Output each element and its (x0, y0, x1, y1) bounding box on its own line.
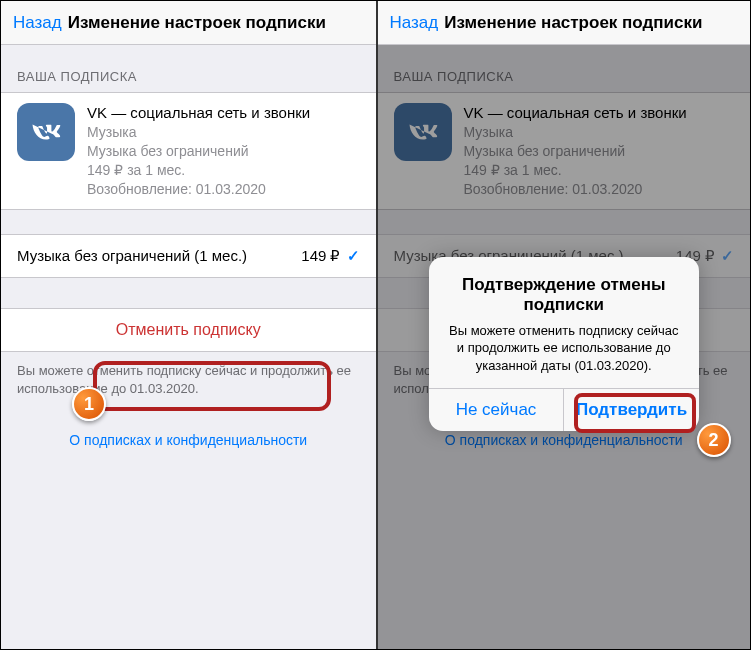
screen-confirm-dialog: Назад Изменение настроек подписки ВАША П… (376, 1, 751, 649)
back-button[interactable]: Назад (13, 13, 62, 33)
renewal-date: Возобновление: 01.03.2020 (87, 180, 360, 199)
price-line: 149 ₽ за 1 мес. (87, 161, 360, 180)
alert-title: Подтверждение отмены подписки (445, 275, 683, 316)
subscription-card: VK — социальная сеть и звонки Музыка Муз… (1, 92, 376, 210)
confirm-alert: Подтверждение отмены подписки Вы можете … (429, 257, 699, 431)
plan-option-price: 149 ₽ (301, 247, 340, 265)
page-title: Изменение настроек подписки (68, 13, 326, 33)
plan-option-label: Музыка без ограничений (1 мес.) (17, 247, 247, 264)
section-header: ВАША ПОДПИСКА (1, 45, 376, 92)
alert-cancel-button[interactable]: Не сейчас (429, 389, 564, 431)
cancel-footnote: Вы можете отменить подписку сейчас и про… (1, 352, 376, 398)
alert-confirm-button[interactable]: Подтвердить (563, 389, 699, 431)
step-badge-1: 1 (72, 387, 106, 421)
page-title: Изменение настроек подписки (444, 13, 702, 33)
plan-name: Музыка без ограничений (87, 142, 360, 161)
screen-subscription-settings: Назад Изменение настроек подписки ВАША П… (1, 1, 376, 649)
alert-message: Вы можете отменить подписку сейчас и про… (445, 322, 683, 375)
navbar: Назад Изменение настроек подписки (378, 1, 751, 45)
plan-option-row[interactable]: Музыка без ограничений (1 мес.) 149 ₽ ✓ (1, 234, 376, 278)
vk-app-icon (17, 103, 75, 161)
app-name: VK — социальная сеть и звонки (87, 103, 360, 123)
step-badge-2: 2 (697, 423, 731, 457)
cancel-subscription-label: Отменить подписку (116, 321, 261, 338)
privacy-link[interactable]: О подписках и конфиденциальности (1, 432, 376, 448)
back-button[interactable]: Назад (390, 13, 439, 33)
app-category: Музыка (87, 123, 360, 142)
cancel-subscription-button[interactable]: Отменить подписку (1, 308, 376, 352)
navbar: Назад Изменение настроек подписки (1, 1, 376, 45)
check-icon: ✓ (347, 247, 360, 265)
